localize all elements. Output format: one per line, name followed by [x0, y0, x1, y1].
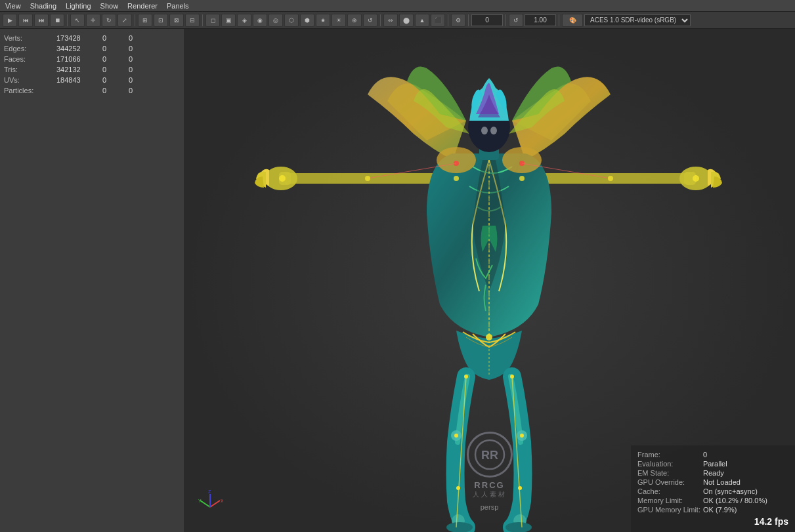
toolbar-btn-q[interactable]: ⬤ — [399, 14, 414, 27]
em-value: Ready — [703, 469, 788, 477]
toolbar-btn-a[interactable]: ⊞ — [138, 14, 152, 27]
toolbar-btn-b[interactable]: ⊡ — [154, 14, 168, 27]
menu-bar: View Shading Lighting Show Renderer Pane… — [0, 0, 795, 12]
info-eval: Evaluation: Parallel — [637, 460, 788, 468]
info-gpu-mem: GPU Memory Limit: OK (7.9%) — [637, 506, 788, 514]
menu-renderer[interactable]: Renderer — [127, 2, 158, 10]
svg-point-31 — [518, 486, 522, 490]
toolbar-btn-rotate[interactable]: ↻ — [102, 14, 116, 27]
svg-text:Y: Y — [198, 499, 202, 503]
toolbar-btn-j[interactable]: ⬡ — [284, 14, 299, 27]
perspective-label: persp — [481, 503, 499, 511]
stat-row-tris: Tris: 342132 0 0 — [4, 66, 180, 73]
gpu-mem-label: GPU Memory Limit: — [637, 506, 703, 514]
stat-row-verts: Verts: 173428 0 0 — [4, 34, 180, 42]
toolbar-btn-p[interactable]: ⇔ — [383, 14, 398, 27]
info-em: EM State: Ready — [637, 469, 788, 477]
toolbar-btn-move[interactable]: ✛ — [86, 14, 100, 27]
faces-label: Faces: — [4, 55, 56, 63]
toolbar-btn-color[interactable]: 🎨 — [562, 14, 583, 27]
toolbar-btn-c[interactable]: ⊠ — [169, 14, 184, 27]
menu-show[interactable]: Show — [100, 2, 119, 10]
frame-field[interactable] — [471, 14, 503, 26]
toolbar-btn-n[interactable]: ⊕ — [347, 14, 362, 27]
gpu-label: GPU Override: — [637, 478, 703, 486]
toolbar-btn-r[interactable]: ▲ — [415, 14, 429, 27]
svg-text:X: X — [221, 499, 223, 503]
stat-row-uvs: UVs: 184843 0 0 — [4, 76, 180, 84]
uvs-col2: 0 — [102, 76, 129, 84]
toolbar-btn-scale[interactable]: ⤢ — [118, 14, 132, 27]
svg-line-43 — [200, 501, 210, 507]
info-cache: Cache: On (sync+async) — [637, 487, 788, 495]
toolbar-btn-i[interactable]: ◎ — [269, 14, 283, 27]
cache-value: On (sync+async) — [703, 487, 788, 495]
uvs-col3: 0 — [129, 76, 155, 84]
svg-point-33 — [365, 176, 370, 181]
menu-panels[interactable]: Panels — [167, 2, 189, 10]
info-mem: Memory Limit: OK (10.2% / 80.0%) — [637, 497, 788, 504]
svg-point-36 — [608, 176, 613, 181]
svg-text:Z: Z — [208, 489, 211, 494]
scale-field[interactable] — [525, 14, 556, 26]
particles-col3: 0 — [129, 87, 155, 94]
toolbar-btn-m[interactable]: ☀ — [332, 14, 346, 27]
toolbar-btn-3[interactable]: ⏭ — [34, 14, 49, 27]
menu-view[interactable]: View — [5, 2, 21, 10]
toolbar-btn-k[interactable]: ⬢ — [300, 14, 314, 27]
toolbar-btn-g[interactable]: ◈ — [237, 14, 251, 27]
menu-shading[interactable]: Shading — [30, 2, 56, 10]
toolbar-sep-1 — [67, 14, 68, 26]
svg-point-26 — [464, 375, 468, 379]
svg-point-37 — [519, 176, 525, 181]
toolbar-btn-f[interactable]: ▣ — [221, 14, 236, 27]
svg-point-28 — [456, 486, 460, 490]
em-label: EM State: — [637, 469, 703, 477]
edges-col2: 0 — [102, 45, 129, 52]
uvs-label: UVs: — [4, 76, 56, 84]
toolbar-sep-3 — [202, 14, 203, 26]
toolbar-btn-o[interactable]: ↺ — [363, 14, 377, 27]
uvs-value: 184843 — [56, 76, 102, 84]
svg-point-13 — [490, 127, 497, 134]
toolbar-btn-1[interactable]: ▶ — [3, 14, 17, 27]
verts-value: 173428 — [56, 34, 102, 42]
verts-label: Verts: — [4, 34, 56, 42]
toolbar: ▶ ⏮ ⏭ ⏹ ↖ ✛ ↻ ⤢ ⊞ ⊡ ⊠ ⊟ ◻ ▣ ◈ ◉ ◎ ⬡ ⬢ ★ … — [0, 12, 795, 29]
faces-col3: 0 — [129, 55, 155, 63]
toolbar-btn-d[interactable]: ⊟ — [185, 14, 200, 27]
color-profile-dropdown[interactable]: ACES 1.0 SDR-video (sRGB) — [584, 14, 691, 26]
svg-point-35 — [693, 175, 699, 182]
verts-col3: 0 — [129, 34, 155, 42]
toolbar-btn-h[interactable]: ◉ — [253, 14, 267, 27]
toolbar-btn-select[interactable]: ↖ — [70, 14, 85, 27]
svg-point-12 — [481, 127, 488, 134]
svg-point-27 — [454, 434, 458, 438]
svg-line-42 — [210, 501, 220, 507]
toolbar-btn-t[interactable]: ⚙ — [451, 14, 465, 27]
tris-col2: 0 — [102, 66, 129, 73]
particles-value — [56, 87, 102, 94]
toolbar-btn-l[interactable]: ★ — [316, 14, 330, 27]
viewport[interactable]: Viewport 2.0 (DirectX 11) FRONT — [184, 29, 795, 532]
toolbar-btn-refresh[interactable]: ↺ — [509, 14, 523, 27]
toolbar-sep-4 — [380, 14, 381, 26]
edges-col3: 0 — [129, 45, 155, 52]
edges-label: Edges: — [4, 45, 56, 52]
stat-row-particles: Particles: 0 0 — [4, 87, 180, 94]
svg-point-9 — [502, 147, 542, 173]
info-gpu: GPU Override: Not Loaded — [637, 478, 788, 486]
toolbar-btn-e[interactable]: ◻ — [205, 14, 220, 27]
toolbar-btn-s[interactable]: ⬛ — [431, 14, 445, 27]
menu-lighting[interactable]: Lighting — [66, 2, 91, 10]
svg-point-32 — [279, 175, 286, 182]
faces-value: 171066 — [56, 55, 102, 63]
stat-row-faces: Faces: 171066 0 0 — [4, 55, 180, 63]
toolbar-sep-6 — [468, 14, 469, 26]
main-area: Verts: 173428 0 0 Edges: 344252 0 0 Face… — [0, 29, 795, 532]
toolbar-btn-4[interactable]: ⏹ — [50, 14, 64, 27]
svg-point-29 — [510, 375, 514, 379]
toolbar-btn-2[interactable]: ⏮ — [18, 14, 33, 27]
axes-indicator: X Y Z — [197, 487, 223, 514]
fps-display: 14.2 fps — [637, 516, 788, 527]
